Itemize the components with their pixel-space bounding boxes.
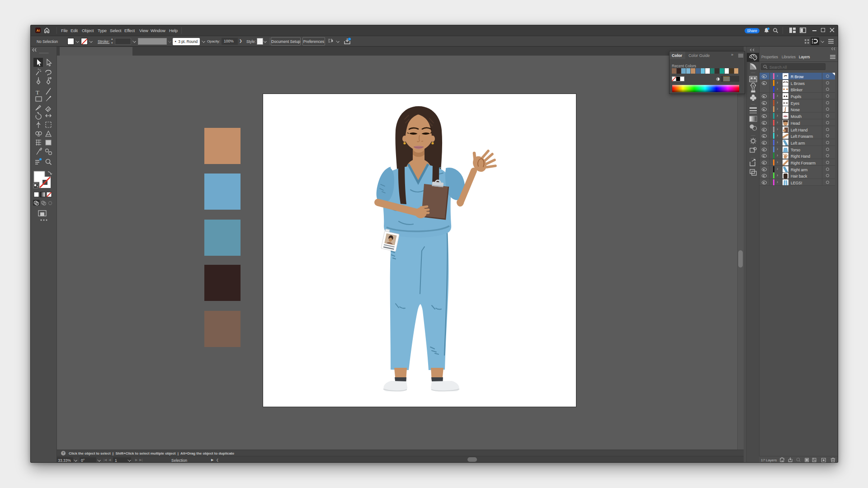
svg-text:T: T xyxy=(36,89,39,96)
